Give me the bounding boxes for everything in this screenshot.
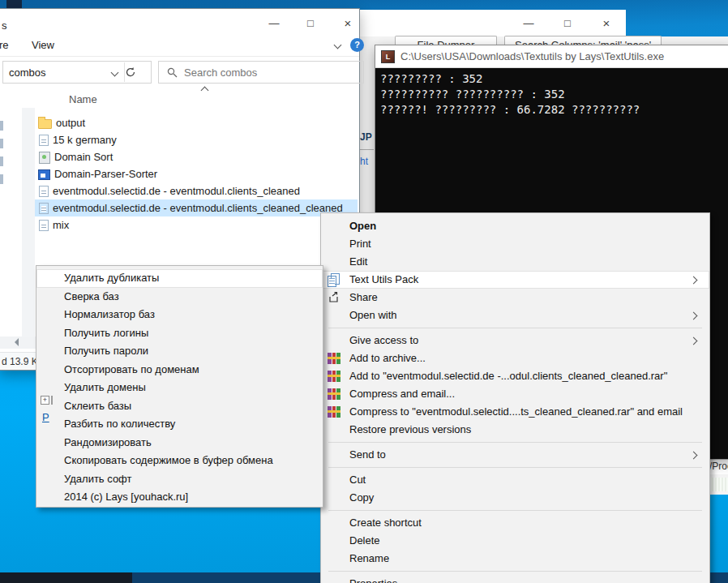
text-utils-submenu: Удалить дубликаты Сверка баз Нормализато… (36, 265, 323, 508)
maximize-button[interactable]: □ (555, 15, 580, 32)
menu-item-restore-previous-versions[interactable]: Restore previous versions (321, 421, 709, 439)
menu-item-label: Разбить по количеству (64, 418, 175, 430)
submenu-item-normalize-bases[interactable]: Нормализатор баз (36, 306, 323, 324)
submenu-item-randomize[interactable]: Рандомизировать (36, 434, 323, 452)
background-app-titlebar[interactable]: — □ × (360, 10, 626, 36)
explorer-ribbon: re View ? (0, 35, 359, 57)
menu-separator (321, 439, 709, 446)
file-row[interactable]: eventmodul.selectid.de - eventmodul.clie… (35, 182, 358, 199)
maximize-button[interactable]: □ (298, 15, 323, 32)
submenu-item-copy-to-clipboard[interactable]: Скопировать содержимое в буфер обмена (36, 452, 323, 470)
menu-item-add-to-archive[interactable]: Add to archive... (321, 349, 709, 367)
sort-ascending-icon[interactable] (201, 87, 209, 95)
menu-item-label: Print (349, 238, 371, 250)
menu-item-open[interactable]: Open (321, 217, 709, 235)
search-input[interactable]: Search combos (158, 61, 364, 84)
menu-item-label: Удалить софт (64, 473, 131, 485)
background-link-fragment[interactable]: ht (360, 156, 368, 167)
menu-item-create-shortcut[interactable]: Create shortcut (321, 514, 709, 532)
search-icon (167, 67, 178, 78)
file-name: output (56, 117, 85, 129)
file-row[interactable]: 15 k germany (35, 131, 358, 148)
menu-item-properties[interactable]: Properties (321, 575, 709, 583)
submenu-item-remove-soft[interactable]: Удалить софт (36, 470, 323, 489)
ribbon-tab-fragment[interactable]: re (0, 39, 9, 51)
help-icon[interactable]: ? (350, 38, 364, 52)
folder-icon (38, 119, 52, 129)
console-output: ????????? : 352 ?????????? ?????????? : … (375, 68, 728, 118)
close-button[interactable]: × (336, 15, 360, 32)
submenu-item-copyright[interactable]: 2014 (c) Lays [youhack.ru] (36, 488, 323, 507)
menu-item-text-utils-pack[interactable]: Text Utils Pack (321, 271, 709, 289)
address-bar[interactable]: combos (2, 61, 152, 84)
ribbon-tab-view[interactable]: View (32, 39, 54, 51)
file-row[interactable]: Domain Sort (35, 148, 358, 165)
menu-item-label: Add to archive... (349, 352, 426, 364)
menu-item-label: Рандомизировать (64, 436, 152, 448)
submenu-item-remove-duplicates[interactable]: Удалить дубликаты (36, 269, 323, 288)
submenu-item-get-logins[interactable]: Получить логины (36, 324, 323, 343)
column-header-name[interactable]: Name (69, 93, 97, 105)
menu-item-label: Отсортировать по доменам (64, 363, 199, 375)
chevron-down-icon[interactable] (111, 68, 119, 76)
minimize-button[interactable]: — (262, 15, 286, 32)
refresh-icon[interactable] (125, 66, 151, 78)
file-row-selected[interactable]: eventmodul.selectid.de - eventmodul.clie… (35, 199, 358, 216)
scroll-left-icon[interactable] (11, 338, 19, 346)
menu-item-label: Properties (349, 577, 397, 583)
file-row[interactable]: output (35, 114, 358, 131)
menu-item-cut[interactable]: Cut (321, 471, 709, 489)
minimize-button[interactable]: — (516, 15, 541, 32)
submenu-item-get-passwords[interactable]: Получить пароли (36, 342, 323, 361)
menu-item-open-with[interactable]: Open with (321, 307, 709, 324)
address-value[interactable]: combos (3, 66, 112, 79)
submenu-item-merge-bases[interactable]: Склеить базы (36, 397, 323, 416)
menu-item-give-access-to[interactable]: Give access to (321, 332, 709, 349)
menu-item-print[interactable]: Print (321, 235, 709, 253)
console-titlebar[interactable]: L C:\Users\USA\Downloads\Textutils by La… (375, 45, 728, 68)
submenu-arrow-icon (690, 452, 698, 460)
file-row[interactable]: mix (35, 216, 358, 234)
explorer-titlebar[interactable]: s — □ × (0, 9, 359, 35)
submenu-item-compare-bases[interactable]: Сверка баз (36, 288, 323, 307)
submenu-item-split-by-count[interactable]: Разбить по количеству (36, 415, 323, 434)
search-placeholder: Search combos (184, 66, 257, 79)
file-name: eventmodul.selectid.de - eventmodul.clie… (53, 202, 343, 214)
winrar-icon (328, 388, 340, 401)
tree-expander-icon[interactable]: + (41, 396, 49, 405)
file-name: 15 k germany (53, 134, 117, 146)
menu-item-compress-and-email[interactable]: Compress and email... (321, 385, 709, 403)
file-name: mix (53, 219, 69, 231)
menu-item-add-to-named-rar[interactable]: Add to "eventmodul.selectid.de -...odul.… (321, 367, 709, 385)
explorer-title-fragment: s (2, 19, 7, 32)
menu-item-send-to[interactable]: Send to (321, 446, 709, 464)
winrar-icon (328, 405, 340, 418)
menu-item-label: Скопировать содержимое в буфер обмена (64, 454, 273, 466)
menu-item-label: Open (349, 220, 376, 232)
taskbar-segment (0, 572, 132, 583)
menu-item-label: 2014 (c) Lays [youhack.ru] (64, 491, 188, 503)
background-text-fragment-jp: JP (360, 131, 372, 143)
app-icon (39, 152, 50, 164)
close-button[interactable]: × (594, 15, 619, 32)
menu-separator (321, 464, 709, 471)
submenu-item-sort-by-domains[interactable]: Отсортировать по доменам (36, 361, 323, 379)
menu-separator (321, 507, 709, 514)
app-icon (38, 169, 50, 180)
link-fragment[interactable]: P (42, 411, 49, 423)
chevron-down-icon[interactable] (334, 41, 342, 49)
menu-item-delete[interactable]: Delete (321, 532, 709, 550)
menu-item-share[interactable]: Share (321, 289, 709, 307)
console-line: ????????? : 352 (380, 72, 482, 85)
file-row[interactable]: Domain-Parser-Sorter (35, 165, 358, 182)
menu-item-rename[interactable]: Rename (321, 550, 709, 568)
menu-item-label: Add to "eventmodul.selectid.de -...odul.… (349, 370, 667, 382)
menu-item-edit[interactable]: Edit (321, 253, 709, 271)
submenu-item-remove-domains[interactable]: Удалить домены (36, 379, 323, 397)
menu-item-label: Create shortcut (349, 517, 422, 529)
menu-item-label: Share (349, 291, 378, 303)
menu-item-copy[interactable]: Copy (321, 489, 709, 507)
menu-item-compress-to-named-rar-and-email[interactable]: Compress to "eventmodul.selectid....ts_c… (321, 403, 709, 421)
menu-item-label: Получить логины (64, 327, 148, 339)
menu-item-label: Text Utils Pack (349, 273, 418, 285)
